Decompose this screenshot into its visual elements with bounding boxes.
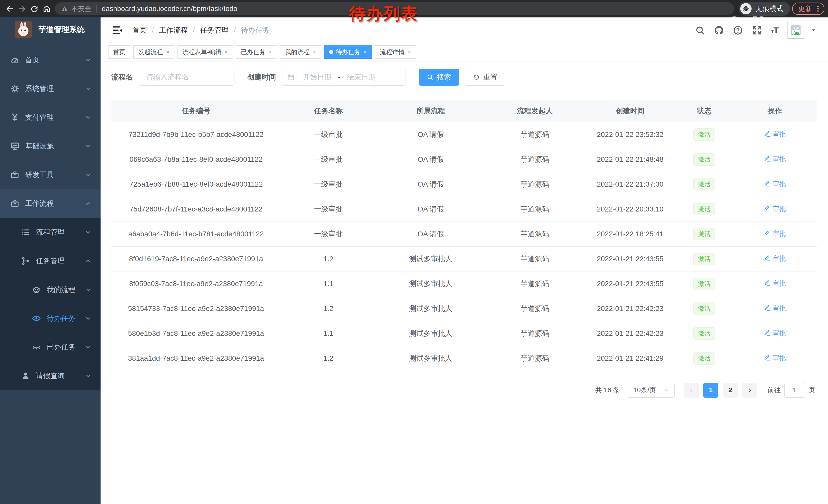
process-name-input[interactable] xyxy=(139,69,235,86)
sidebar-item[interactable]: 支付管理 xyxy=(0,103,100,132)
help-icon[interactable] xyxy=(733,25,743,35)
breadcrumb-separator: / xyxy=(152,26,154,34)
column-header: 任务名称 xyxy=(281,100,376,122)
page-number-button[interactable]: 2 xyxy=(723,383,738,398)
menu-icon xyxy=(10,84,19,93)
sidebar-item-label: 研发工具 xyxy=(25,170,54,180)
github-icon[interactable] xyxy=(714,25,724,35)
page-number-button[interactable]: 1 xyxy=(703,383,718,398)
task-id-cell: 8f0d1619-7ac8-11ec-a9e2-a2380e71991a xyxy=(111,246,281,271)
search-icon[interactable] xyxy=(695,25,705,35)
sidebar-item[interactable]: 工作流程 xyxy=(0,189,100,218)
column-header: 操作 xyxy=(733,100,817,122)
user-avatar[interactable] xyxy=(787,22,804,39)
tab[interactable]: 流程详情 × xyxy=(375,45,416,59)
starter-cell: 芋道源码 xyxy=(486,197,584,222)
breadcrumb-separator: / xyxy=(193,26,195,34)
create-time-cell: 2022-01-22 21:48:48 xyxy=(584,147,676,172)
tab[interactable]: 待办任务 × xyxy=(324,45,372,59)
bookmark-star-icon[interactable] xyxy=(720,5,728,13)
browser-menu-icon[interactable] xyxy=(814,5,822,12)
end-date-input[interactable] xyxy=(341,73,381,82)
status-badge: 激活 xyxy=(693,352,715,365)
user-menu-caret-icon[interactable] xyxy=(810,27,817,34)
approve-link[interactable]: 审批 xyxy=(764,279,786,288)
task-id-cell: 725a1eb6-7b88-11ec-8ef0-acde48001122 xyxy=(111,172,281,197)
approve-link[interactable]: 审批 xyxy=(764,229,786,238)
browser-forward-button[interactable] xyxy=(16,3,28,15)
reset-button[interactable]: 重置 xyxy=(465,69,505,86)
url-text[interactable]: dashboard.yudao.iocoder.cn/bpm/task/todo xyxy=(102,5,237,13)
tab-label: 流程表单-编辑 xyxy=(182,48,221,56)
search-button[interactable]: 搜索 xyxy=(419,69,459,86)
status-badge: 激活 xyxy=(693,203,715,215)
sidebar-item[interactable]: 我的流程 xyxy=(0,275,100,304)
tab[interactable]: 已办任务 × xyxy=(236,45,277,59)
approve-link[interactable]: 审批 xyxy=(764,179,786,188)
status-badge: 激活 xyxy=(693,228,715,240)
font-size-icon[interactable]: тT xyxy=(771,26,778,35)
security-label[interactable]: 不安全 xyxy=(71,4,91,13)
pen-icon xyxy=(764,230,771,237)
close-icon[interactable]: × xyxy=(313,48,316,56)
approve-link[interactable]: 审批 xyxy=(764,204,786,213)
prev-page-button[interactable] xyxy=(684,383,699,398)
sidebar-item-label: 已办任务 xyxy=(47,342,75,352)
sidebar-item[interactable]: 已办任务 xyxy=(0,333,100,362)
address-bar[interactable]: 不安全 dashboard.yudao.iocoder.cn/bpm/task/… xyxy=(55,2,734,15)
sidebar-toggle-icon[interactable] xyxy=(112,25,123,36)
process-cell: 测试多审批人 xyxy=(376,321,486,346)
sidebar-item[interactable]: 系统管理 xyxy=(0,74,100,103)
close-icon[interactable]: × xyxy=(224,48,228,56)
browser-update-button[interactable]: 更新 xyxy=(792,3,824,15)
task-id-cell: 580e1b3d-7ac8-11ec-a9e2-a2380e71991a xyxy=(111,321,281,346)
approve-link[interactable]: 审批 xyxy=(764,130,786,139)
close-icon[interactable]: × xyxy=(166,48,170,56)
sidebar-item[interactable]: 待办任务 xyxy=(0,304,100,333)
approve-link[interactable]: 审批 xyxy=(764,154,786,164)
close-icon[interactable]: × xyxy=(268,48,272,56)
close-icon[interactable]: × xyxy=(364,48,367,56)
browser-back-button[interactable] xyxy=(4,3,16,15)
date-range-picker[interactable]: - xyxy=(282,69,406,86)
approve-link[interactable]: 审批 xyxy=(764,354,786,363)
sidebar: 芋道管理系统 首页 系统管理 支付管理 xyxy=(0,17,100,504)
chevron-icon xyxy=(85,200,92,207)
next-page-button[interactable] xyxy=(742,383,757,398)
sidebar-item[interactable]: 流程管理 xyxy=(0,218,100,246)
create-time-cell: 2022-01-22 20:33:10 xyxy=(584,197,676,222)
breadcrumb-separator: / xyxy=(234,26,236,34)
sidebar-item[interactable]: 基础设施 xyxy=(0,132,100,161)
sidebar-item[interactable]: 任务管理 xyxy=(0,246,100,275)
sidebar-item[interactable]: 请假查询 xyxy=(0,362,100,390)
sidebar-item[interactable]: 首页 xyxy=(0,46,100,74)
start-date-input[interactable] xyxy=(297,73,337,82)
tab[interactable]: 流程表单-编辑 × xyxy=(177,45,233,59)
main-area: 首页 / 工作流程 / 任务管理 / 待办任务 xyxy=(100,17,828,504)
breadcrumb-item: 待办任务 / xyxy=(241,26,270,35)
close-icon[interactable]: × xyxy=(408,48,411,56)
browser-reload-button[interactable] xyxy=(28,3,41,15)
approve-link[interactable]: 审批 xyxy=(764,329,786,338)
tab[interactable]: 我的流程 × xyxy=(280,45,321,59)
tab[interactable]: 发起流程 × xyxy=(133,45,174,59)
sidebar-item[interactable]: 研发工具 xyxy=(0,161,100,189)
starter-cell: 芋道源码 xyxy=(486,147,584,172)
create-time-cell: 2022-01-21 22:43:55 xyxy=(584,271,676,296)
tab[interactable]: 首页 × xyxy=(108,45,130,59)
password-key-icon[interactable] xyxy=(704,5,712,13)
topbar: 首页 / 工作流程 / 任务管理 / 待办任务 xyxy=(100,17,828,43)
menu-icon xyxy=(32,342,41,352)
status-badge: 激活 xyxy=(693,327,715,340)
starter-cell: 芋道源码 xyxy=(486,271,584,296)
process-name-label: 流程名 xyxy=(111,72,133,82)
approve-link[interactable]: 审批 xyxy=(764,254,786,263)
goto-page-input[interactable] xyxy=(784,383,805,398)
total-count: 共 16 条 xyxy=(595,385,620,395)
page-size-select[interactable]: 10条/页 xyxy=(627,383,675,398)
calendar-icon xyxy=(287,73,295,81)
fullscreen-icon[interactable] xyxy=(752,25,762,35)
browser-home-button[interactable] xyxy=(41,3,53,15)
approve-link[interactable]: 审批 xyxy=(764,304,786,313)
create-time-cell: 2022-01-22 21:37:30 xyxy=(584,172,676,197)
